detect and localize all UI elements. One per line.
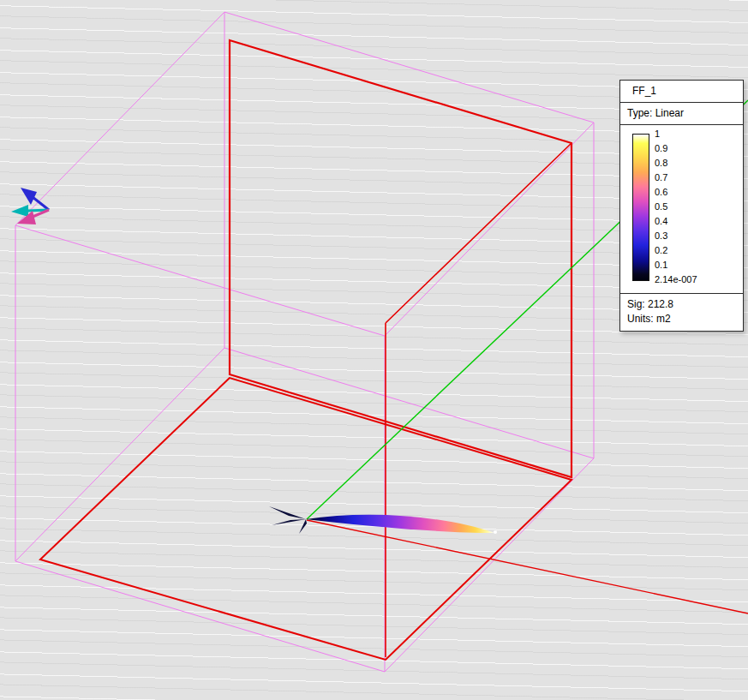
legend-colorbar-section: 1 0.9 0.8 0.7 0.6 0.5 0.4 0.3 0.2 0.1 2.…	[620, 125, 743, 293]
colorbar-tick: 1	[655, 129, 697, 139]
farfield-lobe[interactable]	[269, 506, 497, 534]
colorbar-ticks: 1 0.9 0.8 0.7 0.6 0.5 0.4 0.3 0.2 0.1 2.…	[655, 129, 697, 284]
colorbar-gradient	[632, 134, 649, 281]
colorbar-tick: 0.1	[655, 260, 697, 270]
colorbar-tick: 0.6	[655, 188, 697, 197]
plate-vertical-back[interactable]	[230, 40, 571, 477]
legend-sig-value: Sig: 212.8	[627, 297, 743, 312]
3d-view-background-grid[interactable]: FF_1 Type: Linear 1 0.9 0.8 0.7 0.6 0.5 …	[0, 0, 748, 700]
plate-horizontal-ground[interactable]	[40, 378, 571, 660]
axis-arrow-blue-icon	[21, 188, 37, 205]
bounding-box-edges	[15, 12, 594, 672]
colorbar-tick: 0.4	[655, 217, 697, 226]
axis-arrow-cyan-icon	[11, 205, 28, 217]
colorbar-tick: 0.2	[655, 246, 697, 255]
farfield-mainlobe	[306, 515, 494, 533]
ray-red-axis	[307, 520, 748, 613]
axis-triad	[11, 188, 49, 224]
colorbar-tick: 0.7	[655, 173, 697, 182]
farfield-backlobe-upper	[269, 506, 306, 519]
farfield-backlobe-lower	[272, 519, 306, 525]
colorbar-tick: 2.14e-007	[655, 275, 697, 284]
farfield-backlobe-small	[299, 519, 307, 534]
legend-type-label: Type: Linear	[620, 103, 743, 125]
legend-panel[interactable]: FF_1 Type: Linear 1 0.9 0.8 0.7 0.6 0.5 …	[619, 80, 744, 332]
colorbar-tick: 0.3	[655, 231, 697, 241]
plate-vertical-side[interactable]	[386, 143, 571, 657]
legend-title: FF_1	[620, 81, 743, 103]
colorbar-tick: 0.5	[655, 202, 697, 212]
bounding-box-wireframe	[15, 12, 594, 672]
colorbar-tick: 0.8	[655, 159, 697, 168]
legend-units-value: Units: m2	[627, 312, 743, 326]
geometry-plates	[40, 40, 571, 660]
colorbar-tick: 0.9	[655, 144, 697, 153]
legend-footer: Sig: 212.8 Units: m2	[620, 293, 743, 331]
farfield-lobe-tip-highlight	[494, 530, 497, 534]
